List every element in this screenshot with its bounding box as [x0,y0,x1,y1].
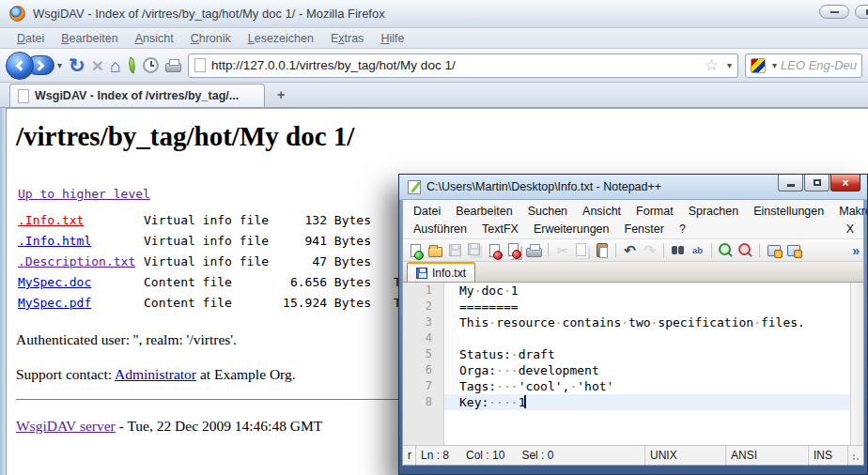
menu-item-datei[interactable]: Datei [9,30,52,47]
line-text: Key:····1 [459,394,850,410]
editor-area[interactable]: 1My·doc·12========3This·resource·contain… [403,283,863,445]
file-size: 47 Bytes [281,252,371,272]
sync-horizontal-scroll-button[interactable] [784,241,802,259]
npp-menu-makro[interactable]: Makro [832,204,868,219]
close-button[interactable]: × [830,175,860,192]
editor-line[interactable]: 5Status:·draft [403,346,850,362]
editor-lines[interactable]: 1My·doc·12========3This·resource·contain… [403,283,850,445]
search-engine-dropdown-icon[interactable]: ▾ [772,60,777,70]
npp-menu-fenster[interactable]: Fenster [618,222,671,237]
npp-menu-sprachen[interactable]: Sprachen [682,204,746,219]
editor-line[interactable]: 7Tags:···'cool',·'hot' [403,378,850,394]
new-tab-button[interactable]: + [269,86,293,105]
file-link[interactable]: MySpec.doc [18,272,144,293]
line-text [459,330,850,346]
toolbar-separator [615,243,616,257]
bookmark-margin [444,362,459,378]
history-clock-icon[interactable] [143,57,159,73]
undo-button[interactable]: ↶ [621,241,639,259]
npp-menu-?[interactable]: ? [673,222,692,237]
find-icon [671,246,685,255]
find-button[interactable] [669,241,687,259]
search-box[interactable]: ▾ LEO Eng-Deu [745,54,862,78]
close-document-button[interactable]: X [846,222,854,236]
history-dropdown-icon[interactable]: ▾ [57,60,62,70]
paste-button[interactable] [593,241,611,259]
url-text[interactable]: http://127.0.0.1/virtres/by_tag/hot/My d… [211,58,699,72]
editor-line[interactable]: 4 [403,330,850,346]
cut-icon: ✂ [557,243,568,258]
leo-search-engine-icon[interactable] [751,58,766,73]
tab-wsgidav[interactable]: WsgiDAV - Index of /virtres/by_tag/... [9,84,265,107]
menu-item-extras[interactable]: Extras [323,30,371,47]
file-link[interactable]: .Description.txt [18,252,144,272]
zoom-out-button[interactable] [736,241,754,259]
editor-line[interactable]: 2======== [403,299,850,314]
npp-menu-suchen[interactable]: Suchen [521,204,574,219]
close-file-button[interactable] [486,241,504,259]
editor-line[interactable]: 1My·doc·1 [403,283,850,299]
redo-button[interactable]: ↷ [641,241,659,259]
npp-menu-ausfhren[interactable]: Ausführen [407,222,473,237]
administrator-link[interactable]: Administrator [115,366,196,382]
minimize-button[interactable] [778,175,803,192]
editor-line[interactable]: 3This·resource·contains·two·specificatio… [403,314,850,330]
maximize-button[interactable] [855,5,868,19]
support-prefix: Support contact: [16,366,115,382]
wsgidav-server-link[interactable]: WsgiDAV server [16,418,116,434]
stop-button[interactable]: × [92,55,103,75]
notepadpp-window: C:\Users\Martin\Desktop\Info.txt - Notep… [398,174,868,475]
save-button[interactable] [446,241,464,259]
editor-line[interactable]: 6Orga:···development [403,362,850,378]
back-button[interactable] [6,52,34,80]
file-link[interactable]: .Info.txt [18,210,144,231]
menu-item-lesezeichen[interactable]: Lesezeichen [240,30,321,47]
cut-button[interactable]: ✂ [553,241,571,259]
replace-button[interactable]: ab [689,241,706,259]
minimize-button[interactable] [819,5,849,19]
file-link[interactable]: MySpec.pdf [18,293,144,314]
print-button[interactable] [525,241,543,259]
npp-menu-datei[interactable]: Datei [407,204,447,219]
tab-info-txt[interactable]: Info.txt [407,262,475,282]
file-link[interactable]: .Info.html [18,231,144,252]
npp-menu-format[interactable]: Format [629,204,680,219]
npp-menu-erweiterungen[interactable]: Erweiterungen [527,222,616,237]
menu-item-bearbeiten[interactable]: Bearbeiten [54,30,125,47]
menu-item-chronik[interactable]: Chronik [183,30,239,47]
bookmark-star-icon[interactable]: ☆ [705,57,719,73]
toolbar-overflow-button[interactable]: » [852,243,860,258]
file-type: Virtual info file [144,210,281,231]
url-bar[interactable]: http://127.0.0.1/virtres/by_tag/hot/My d… [188,54,738,78]
vertical-scrollbar[interactable] [850,283,863,445]
line-number: 2 [403,299,444,314]
npp-menu-textfx[interactable]: TextFX [475,222,525,237]
up-to-higher-level-link[interactable]: Up to higher level [18,187,150,201]
npp-menu-einstellungen[interactable]: Einstellungen [747,204,830,219]
copy-button[interactable] [573,241,591,259]
close-all-button[interactable] [505,241,523,259]
print-icon[interactable] [165,63,181,72]
menu-item-hilfe[interactable]: Hilfe [373,30,411,47]
leaf-addon-icon[interactable] [126,56,138,74]
home-button[interactable]: ⌂ [110,56,121,75]
editor-line[interactable]: 8Key:····1 [403,394,850,410]
reload-button[interactable]: ↻ [69,55,85,75]
line-text: Orga:···development [459,362,850,378]
resize-grip[interactable] [848,446,863,465]
npp-menu-bearbeiten[interactable]: Bearbeiten [449,204,519,219]
zoom-in-button[interactable] [717,241,735,259]
menu-item-ansicht[interactable]: Ansicht [128,30,181,47]
npp-menu-ansicht[interactable]: Ansicht [576,204,628,219]
firefox-window-controls [819,5,868,19]
sync-horizontal-scroll-icon [787,245,800,256]
minimize-icon [787,184,795,187]
notepadpp-titlebar: C:\Users\Martin\Desktop\Info.txt - Notep… [402,175,864,199]
restore-button[interactable] [804,175,829,192]
url-dropdown-icon[interactable]: ▾ [727,60,732,70]
sync-vertical-scroll-button[interactable] [765,241,783,259]
new-file-button[interactable] [407,241,425,259]
history-nav-cluster: ▾ [6,52,62,80]
open-file-button[interactable] [426,241,444,259]
save-all-button[interactable] [466,241,484,259]
